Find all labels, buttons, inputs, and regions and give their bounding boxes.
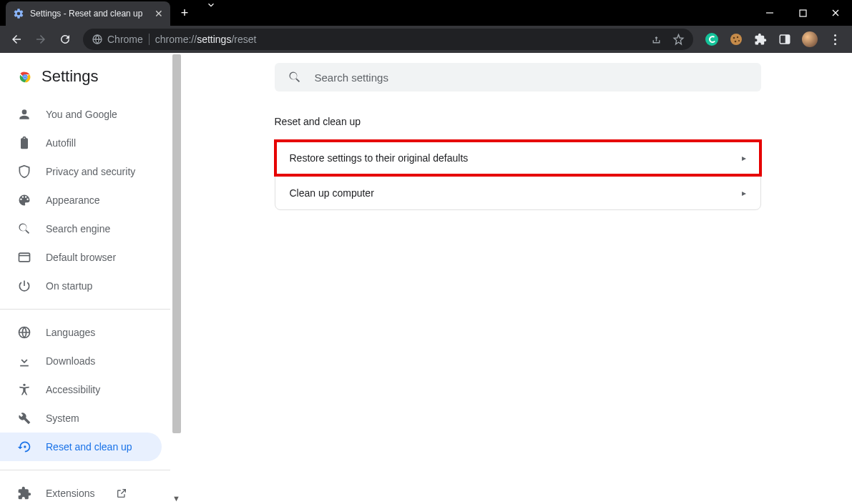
person-icon: [17, 107, 31, 122]
extension-cookie-icon[interactable]: [729, 32, 743, 46]
restore-settings-row[interactable]: Restore settings to their original defau…: [275, 141, 760, 175]
sidebar-item-label: Search engine: [46, 223, 110, 234]
settings-gear-icon: [13, 8, 24, 19]
reset-card: Restore settings to their original defau…: [275, 140, 761, 210]
new-tab-button[interactable]: +: [175, 3, 195, 23]
svg-rect-1: [800, 10, 806, 16]
svg-point-6: [737, 36, 738, 38]
sidebar-item-label: Accessibility: [46, 384, 100, 395]
svg-point-3: [705, 33, 718, 46]
shield-icon: [17, 164, 31, 179]
row-label: Restore settings to their original defau…: [290, 152, 469, 164]
sidebar-item-downloads[interactable]: Downloads: [0, 347, 162, 375]
sidebar-item-extensions[interactable]: Extensions: [0, 479, 162, 504]
sidebar-separator: [0, 309, 170, 310]
search-tabs-button[interactable]: [195, 0, 227, 10]
search-icon: [17, 222, 31, 236]
scrollbar-thumb[interactable]: [172, 54, 181, 433]
sidebar-item-system[interactable]: System: [0, 404, 162, 433]
chevron-right-icon: ▸: [742, 188, 746, 198]
browser-tab[interactable]: Settings - Reset and clean up ✕: [6, 1, 170, 26]
sidebar-item-label: System: [46, 412, 79, 424]
site-info-icon[interactable]: Chrome: [92, 34, 143, 45]
extension-grammarly-icon[interactable]: [705, 32, 719, 46]
window-titlebar: Settings - Reset and clean up ✕ +: [0, 0, 852, 26]
sidebar-item-on-startup[interactable]: On startup: [0, 272, 162, 300]
sidebar-item-search-engine[interactable]: Search engine: [0, 214, 162, 243]
search-input[interactable]: [315, 71, 748, 84]
extensions-puzzle-icon[interactable]: [753, 32, 768, 46]
palette-icon: [17, 193, 31, 207]
maximize-button[interactable]: [786, 0, 819, 26]
svg-point-7: [735, 41, 737, 43]
svg-point-8: [738, 40, 740, 41]
site-label: Chrome: [107, 34, 143, 45]
svg-point-4: [730, 34, 742, 45]
row-label: Clean up computer: [290, 187, 374, 199]
svg-point-19: [24, 445, 26, 448]
download-icon: [17, 354, 31, 368]
tab-close-icon[interactable]: ✕: [155, 8, 163, 19]
sidebar-item-accessibility[interactable]: Accessibility: [0, 375, 162, 404]
settings-title: Settings: [41, 67, 99, 86]
browser-icon: [17, 250, 31, 265]
sidebar-item-default-browser[interactable]: Default browser: [0, 243, 162, 272]
sidebar-item-you-and-google[interactable]: You and Google: [0, 100, 162, 129]
svg-rect-10: [785, 35, 790, 44]
sidebar-item-label: Languages: [46, 327, 95, 338]
sidebar-item-label: On startup: [46, 280, 92, 292]
svg-rect-15: [19, 253, 30, 262]
sidebar-item-reset[interactable]: Reset and clean up: [0, 433, 162, 461]
scrollbar-down-arrow[interactable]: ▼: [172, 494, 180, 503]
sidebar-item-appearance[interactable]: Appearance: [0, 186, 162, 214]
reload-button[interactable]: [54, 29, 76, 50]
sidebar-item-label: Autofill: [46, 137, 76, 149]
chrome-logo-icon: [17, 69, 31, 84]
sidebar-item-label: Reset and clean up: [46, 441, 132, 453]
wrench-icon: [17, 411, 31, 425]
forward-button[interactable]: [30, 29, 52, 50]
sidebar-item-label: Appearance: [46, 194, 100, 206]
window-controls: [753, 0, 852, 26]
sidebar-item-privacy[interactable]: Privacy and security: [0, 157, 162, 186]
puzzle-icon: [17, 486, 31, 500]
svg-point-5: [733, 37, 735, 39]
settings-sidebar: Settings You and Google Autofill Privacy…: [0, 53, 170, 504]
chrome-menu-button[interactable]: [828, 34, 842, 45]
sidebar-item-label: Extensions: [46, 488, 94, 499]
sidebar-item-label: You and Google: [46, 109, 117, 120]
sidebar-item-label: Default browser: [46, 252, 116, 263]
sidebar-scrollbar[interactable]: ▼: [170, 53, 183, 504]
search-icon: [288, 70, 302, 84]
svg-point-14: [24, 76, 26, 79]
clipboard-icon: [17, 136, 31, 150]
side-panel-icon[interactable]: [778, 32, 792, 46]
sidebar-item-label: Privacy and security: [46, 166, 135, 177]
url-text: chrome://settings/reset: [155, 34, 257, 45]
profile-avatar[interactable]: [802, 31, 818, 47]
power-icon: [17, 279, 31, 293]
main-panel: Reset and clean up Restore settings to t…: [183, 53, 852, 504]
restore-icon: [17, 440, 31, 454]
share-icon[interactable]: [650, 34, 662, 46]
svg-point-18: [23, 384, 25, 386]
close-window-button[interactable]: [819, 0, 852, 26]
settings-search[interactable]: [275, 63, 761, 92]
address-bar[interactable]: Chrome chrome://settings/reset: [83, 29, 693, 50]
sidebar-separator: [0, 470, 170, 470]
back-button[interactable]: [6, 29, 27, 50]
extension-icons: [700, 31, 846, 47]
bookmark-icon[interactable]: [672, 34, 685, 46]
omnibox-divider: [149, 34, 150, 45]
globe-icon: [17, 325, 31, 340]
external-link-icon: [116, 488, 127, 499]
sidebar-item-label: Downloads: [46, 355, 95, 367]
minimize-button[interactable]: [753, 0, 786, 26]
page-content: Settings You and Google Autofill Privacy…: [0, 53, 852, 504]
sidebar-item-autofill[interactable]: Autofill: [0, 129, 162, 157]
sidebar-item-languages[interactable]: Languages: [0, 318, 162, 347]
accessibility-icon: [17, 382, 31, 397]
cleanup-computer-row[interactable]: Clean up computer ▸: [275, 175, 760, 209]
section-title: Reset and clean up: [275, 116, 761, 127]
tab-title: Settings - Reset and clean up: [30, 9, 149, 19]
